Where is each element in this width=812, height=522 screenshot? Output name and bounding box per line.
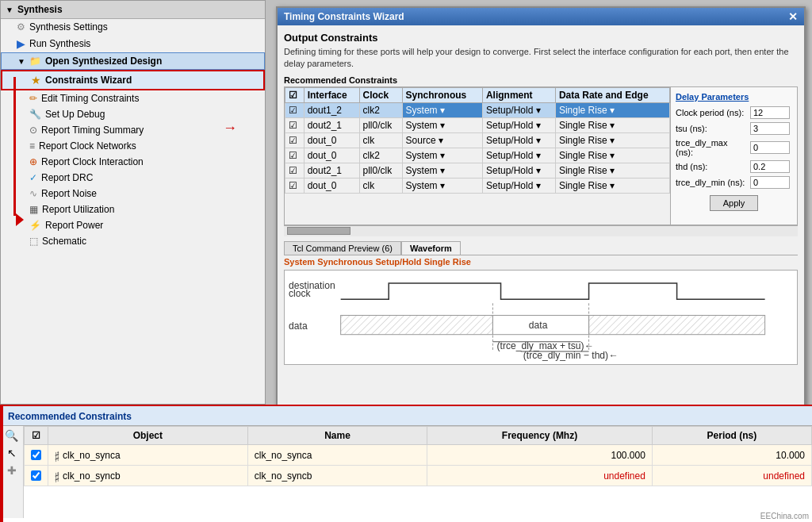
trce-min-label: trce_dly_min (ns): [676,178,747,187]
sidebar-item-report-clock-interaction[interactable]: ⊕ Report Clock Interaction [1,154,265,170]
svg-text:data: data [529,319,548,330]
trce-max-row: trce_dly_max (ns): [676,138,792,157]
row-checkbox[interactable] [31,450,41,460]
col-object-header: Object [48,427,248,445]
row-interface: dout1_2 [304,102,359,117]
row-sync[interactable]: System ▾ [402,102,482,117]
sidebar-item-synthesis-settings[interactable]: ⚙ Synthesis Settings [1,19,265,35]
trce-min-row: trce_dly_min (ns): [676,176,792,189]
row-align: Setup/Hold ▾ [482,163,555,178]
row-period-undefined: undefined [652,466,811,486]
report-clock-int-icon: ⊕ [29,156,37,167]
row-align: Setup/Hold ▾ [482,102,555,117]
sidebar-item-open-synthesized[interactable]: ▼ 📁 Open Synthesized Design [1,52,265,70]
close-icon[interactable]: ✕ [788,10,798,23]
dialog-titlebar: Timing Constraints Wizard ✕ [278,8,804,25]
row-checkbox[interactable] [31,470,41,481]
delay-parameters-panel: Delay Parameters Clock period (ns): tsu … [670,87,797,225]
waveform-label: System Synchronous Setup/Hold Single Ris… [284,255,798,268]
row-check[interactable]: ☑ [285,132,304,148]
cursor-icon[interactable]: ↖ [7,447,17,459]
col-check: ☑ [285,87,304,102]
row-check[interactable]: ☑ [285,117,304,132]
row-rate[interactable]: Single Rise ▾ [555,117,669,132]
sidebar-item-report-timing-summary[interactable]: ⊙ Report Timing Summary [1,122,265,138]
clock-icon: 𝄰 [55,469,59,482]
sidebar-item-report-power[interactable]: ⚡ Report Power [1,217,265,233]
row-check[interactable]: ☑ [285,178,304,193]
row-check[interactable] [25,445,48,466]
clock-period-input[interactable] [750,106,790,119]
svg-text:data: data [289,320,308,331]
row-rate[interactable]: Single Rise ▾ [555,132,669,148]
timing-constraints-dialog: Timing Constraints Wizard ✕ Output Const… [276,6,806,411]
row-freq: 100.000 [427,445,653,466]
thd-label: thd (ns): [676,162,747,171]
row-clock: clk [359,178,402,193]
row-name: clk_no_synca [247,445,427,466]
collapse-icon[interactable]: ▼ [6,6,13,14]
tab-waveform[interactable]: Waveform [401,241,461,255]
dialog-title: Timing Constraints Wizard [284,11,404,22]
add-icon[interactable]: ✚ [7,464,17,477]
horizontal-scrollbar[interactable] [284,225,798,236]
trce-max-input[interactable] [750,141,790,154]
row-align: Setup/Hold ▾ [482,117,555,132]
sidebar-item-report-drc[interactable]: ✓ Report DRC [1,170,265,186]
row-sync[interactable]: System ▾ [402,117,482,132]
row-sync[interactable]: System ▾ [402,178,482,193]
synthesis-panel: ▼ Synthesis ⚙ Synthesis Settings ▶ Run S… [0,0,266,405]
row-clock: pll0/clk [359,117,402,132]
dialog-content: Output Constraints Defining timing for t… [278,25,804,408]
thd-input[interactable] [750,160,790,173]
col-name-header: Name [247,427,427,445]
row-object: 𝄰 clk_no_synca [48,445,248,466]
row-object: 𝄰 clk_no_syncb [48,466,248,486]
clock-icon: 𝄰 [55,448,59,462]
row-check[interactable]: ☑ [285,102,304,117]
section-title: Output Constraints [284,32,798,44]
row-clock: clk [359,132,402,148]
row-interface: dout_0 [304,178,359,193]
row-sync[interactable]: System ▾ [402,148,482,163]
bottom-panel-header: Recommended Constraints [0,406,812,426]
sidebar-item-setup-debug[interactable]: 🔧 Set Up Debug [1,106,265,122]
row-sync[interactable]: Source ▾ [402,132,482,148]
row-rate[interactable]: Single Rise ▾ [555,163,669,178]
row-check[interactable]: ☑ [285,163,304,178]
row-name: clk_no_syncb [247,466,427,486]
tsu-input[interactable] [750,122,790,135]
thd-row: thd (ns): [676,160,792,173]
constraints-data-table: ☑ Interface Clock Synchronous Alignment … [285,87,670,194]
bottom-panel-title: Recommended Constraints [8,411,132,422]
apply-button[interactable]: Apply [710,195,759,211]
row-sync[interactable]: System ▾ [402,163,482,178]
sidebar-item-run-synthesis[interactable]: ▶ Run Synthesis [1,35,265,52]
sidebar-item-report-utilization[interactable]: ▦ Report Utilization [1,202,265,217]
sidebar-item-constraints-wizard[interactable]: ★ Constraints Wizard [1,70,265,90]
row-check[interactable]: ☑ [285,148,304,163]
sidebar-item-report-clock-networks[interactable]: ≡ Report Clock Networks [1,138,265,154]
row-rate[interactable]: Single Rise ▾ [555,102,669,117]
search-icon[interactable]: 🔍 [5,429,18,442]
row-period: 10.000 [652,445,811,466]
tabs-area: Tcl Command Preview (6) Waveform [284,241,798,255]
sidebar-item-edit-timing[interactable]: ✏ Edit Timing Constraints [1,90,265,106]
row-align: Setup/Hold ▾ [482,132,555,148]
trce-min-input[interactable] [750,176,790,189]
sidebar-item-report-noise[interactable]: ∿ Report Noise [1,186,265,202]
tab-tcl-preview[interactable]: Tcl Command Preview (6) [284,241,401,255]
run-icon: ▶ [17,37,25,50]
tsu-label: tsu (ns): [676,124,747,133]
row-clock: pll0/clk [359,163,402,178]
row-rate[interactable]: Single Rise ▾ [555,148,669,163]
row-check[interactable] [25,466,48,486]
sidebar-item-schematic[interactable]: ⬚ Schematic [1,233,265,249]
bottom-left-toolbar: 🔍 ↖ ✚ [0,426,24,518]
synthesis-title: Synthesis [17,4,63,15]
table-row: ☑ dout2_1 pll0/clk System ▾ Setup/Hold ▾… [285,163,670,178]
row-rate[interactable]: Single Rise ▾ [555,178,669,193]
scrollbar-thumb[interactable] [287,227,350,235]
table-row: 𝄰 clk_no_synca clk_no_synca 100.000 10.0… [25,445,812,466]
bottom-panel: Recommended Constraints 🔍 ↖ ✚ ☑ Object N… [0,405,812,522]
